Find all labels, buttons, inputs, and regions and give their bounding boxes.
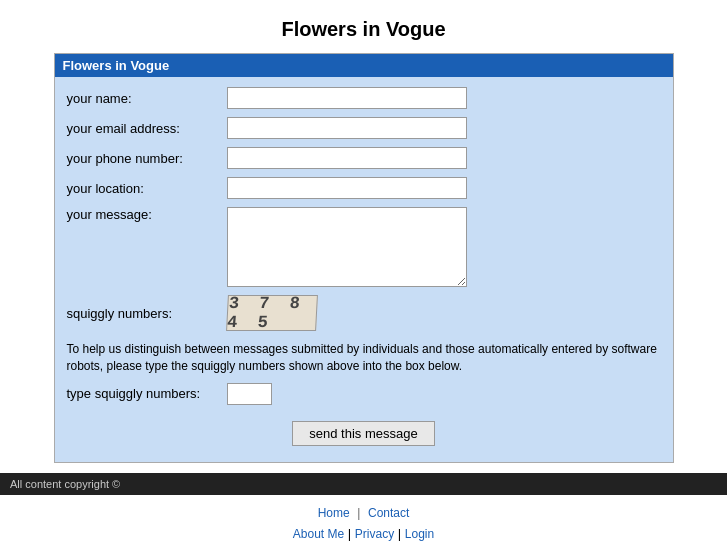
name-row: your name: bbox=[67, 87, 661, 109]
privacy-link[interactable]: Privacy bbox=[355, 527, 394, 541]
copyright-text: All content copyright © bbox=[10, 478, 120, 490]
login-link[interactable]: Login bbox=[405, 527, 434, 541]
phone-label: your phone number: bbox=[67, 151, 227, 166]
help-text: To help us distinguish between messages … bbox=[67, 341, 661, 375]
phone-input[interactable] bbox=[227, 147, 467, 169]
squiggly-row: squiggly numbers: 3 7 8 4 5 bbox=[67, 295, 661, 331]
separator-1: | bbox=[357, 506, 360, 520]
location-row: your location: bbox=[67, 177, 661, 199]
phone-row: your phone number: bbox=[67, 147, 661, 169]
squiggly-input[interactable] bbox=[227, 383, 272, 405]
send-btn-row: send this message bbox=[67, 421, 661, 446]
message-label: your message: bbox=[67, 207, 227, 222]
captcha-numbers: 3 7 8 4 5 bbox=[226, 294, 317, 332]
message-row: your message: bbox=[67, 207, 661, 287]
contact-form-container: Flowers in Vogue your name: your email a… bbox=[54, 53, 674, 463]
send-button[interactable]: send this message bbox=[292, 421, 434, 446]
email-input[interactable] bbox=[227, 117, 467, 139]
name-label: your name: bbox=[67, 91, 227, 106]
location-input[interactable] bbox=[227, 177, 467, 199]
name-input[interactable] bbox=[227, 87, 467, 109]
form-body: your name: your email address: your phon… bbox=[55, 77, 673, 462]
page-title: Flowers in Vogue bbox=[0, 0, 727, 53]
type-squiggly-label: type squiggly numbers: bbox=[67, 386, 227, 401]
email-row: your email address: bbox=[67, 117, 661, 139]
contact-link[interactable]: Contact bbox=[368, 506, 409, 520]
squiggly-label: squiggly numbers: bbox=[67, 306, 227, 321]
form-header: Flowers in Vogue bbox=[55, 54, 673, 77]
separator-2: | bbox=[348, 526, 351, 541]
footer-links-row2: About Me | Privacy | Login bbox=[0, 524, 727, 545]
footer-bar: All content copyright © bbox=[0, 473, 727, 495]
home-link[interactable]: Home bbox=[318, 506, 350, 520]
type-squiggly-row: type squiggly numbers: bbox=[67, 383, 661, 405]
footer-links: Home | Contact bbox=[0, 495, 727, 524]
captcha-image: 3 7 8 4 5 bbox=[226, 295, 318, 331]
separator-3: | bbox=[398, 526, 401, 541]
location-label: your location: bbox=[67, 181, 227, 196]
message-textarea[interactable] bbox=[227, 207, 467, 287]
email-label: your email address: bbox=[67, 121, 227, 136]
about-link[interactable]: About Me bbox=[293, 527, 344, 541]
